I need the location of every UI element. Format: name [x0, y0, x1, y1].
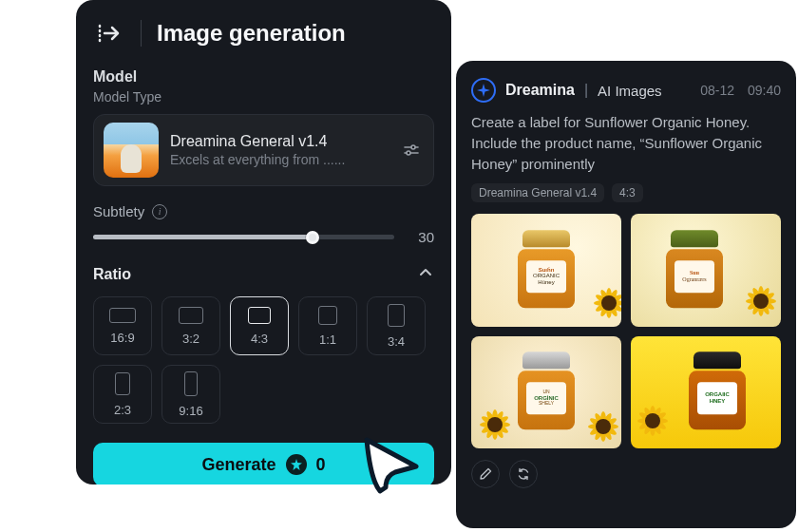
result-thumbnail-3[interactable]: UNORGİNICSHELY — [471, 336, 621, 449]
edit-icon[interactable] — [471, 460, 500, 488]
ratio-label: 16:9 — [110, 331, 134, 345]
title-divider — [141, 20, 142, 47]
page-title: Image generation — [157, 20, 346, 47]
credit-icon — [286, 454, 307, 475]
subtlety-slider[interactable] — [93, 235, 394, 239]
feed-tag: Dreamina General v1.4 — [471, 183, 604, 202]
model-name: Dreamina General v1.4 — [170, 133, 388, 150]
generate-button[interactable]: Generate 0 — [93, 443, 434, 484]
ratio-option-2-3[interactable]: 2:3 — [93, 365, 152, 424]
svg-point-3 — [411, 145, 415, 149]
feed-separator: | — [584, 82, 588, 99]
feed-tag: 4:3 — [612, 183, 643, 202]
ratio-option-3-4[interactable]: 3:4 — [367, 296, 426, 355]
feed-brand: Dreamina — [505, 82, 575, 99]
ratio-label: 9:16 — [179, 404, 202, 418]
info-icon[interactable]: i — [152, 204, 167, 219]
regenerate-icon[interactable] — [509, 460, 538, 488]
model-type-label: Model Type — [93, 89, 434, 104]
subtlety-label: Subtlety — [93, 203, 144, 219]
slider-thumb[interactable] — [306, 231, 319, 244]
chevron-up-icon[interactable] — [417, 264, 434, 285]
generate-label: Generate — [201, 455, 276, 475]
ratio-label: 4:3 — [251, 332, 268, 346]
feed-date: 08-12 — [700, 83, 734, 98]
feed-subtitle: AI Images — [598, 83, 662, 99]
ratio-option-4-3[interactable]: 4:3 — [230, 296, 289, 355]
ratio-label: 3:2 — [182, 332, 200, 346]
ratio-label: 1:1 — [319, 332, 336, 347]
ratio-label: 3:4 — [388, 334, 405, 349]
ratio-label: 2:3 — [114, 403, 131, 417]
model-settings-icon[interactable] — [399, 138, 424, 162]
feed-time: 09:40 — [748, 83, 781, 98]
ratio-option-16-9[interactable]: 16:9 — [93, 296, 152, 355]
result-thumbnail-1[interactable]: SuıĥnORGANICHüney — [471, 214, 621, 327]
svg-point-5 — [407, 151, 410, 155]
subtlety-value: 30 — [408, 229, 434, 245]
ratio-option-3-2[interactable]: 3:2 — [162, 296, 220, 355]
model-section-title: Model — [93, 68, 434, 86]
expand-icon[interactable] — [93, 17, 125, 49]
feed-prompt: Create a label for Sunflower Organic Hon… — [471, 112, 781, 174]
model-selector[interactable]: Dreamina General v1.4 Excels at everythi… — [93, 114, 434, 186]
ratio-option-1-1[interactable]: 1:1 — [298, 296, 357, 355]
spark-icon — [471, 78, 496, 103]
result-thumbnail-4[interactable]: ORGAIICHNEY — [631, 336, 781, 449]
ratio-title: Ratio — [93, 266, 131, 283]
generate-count: 0 — [316, 455, 326, 475]
result-thumbnail-2[interactable]: SuııOgranrærs — [631, 214, 781, 327]
ratio-option-9-16[interactable]: 9:16 — [162, 365, 220, 424]
model-thumbnail — [104, 123, 159, 178]
model-description: Excels at everything from ...... — [170, 152, 388, 167]
